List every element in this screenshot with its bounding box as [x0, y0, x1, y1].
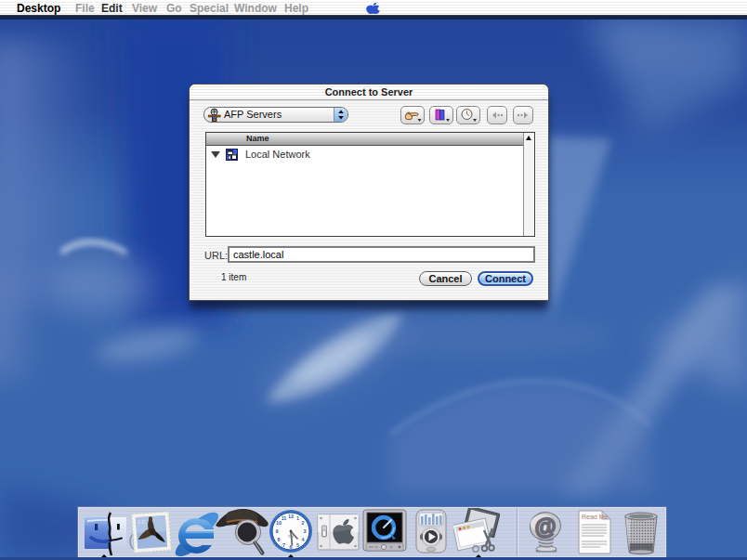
svg-text:@: @ — [532, 512, 558, 540]
svg-text:1.0: 1.0 — [138, 518, 145, 525]
svg-text:7: 7 — [282, 542, 285, 548]
svg-text:8: 8 — [278, 537, 281, 542]
svg-text:2: 2 — [302, 520, 305, 526]
svg-text:12: 12 — [288, 514, 294, 519]
svg-text:Read Me: Read Me — [582, 514, 609, 520]
svg-text:4: 4 — [302, 537, 305, 542]
svg-text:1: 1 — [296, 515, 299, 521]
svg-text:10: 10 — [276, 520, 282, 526]
svg-text:9: 9 — [276, 528, 279, 534]
svg-text:5: 5 — [296, 542, 299, 548]
svg-text:11: 11 — [282, 515, 287, 521]
svg-text:3: 3 — [304, 528, 307, 534]
